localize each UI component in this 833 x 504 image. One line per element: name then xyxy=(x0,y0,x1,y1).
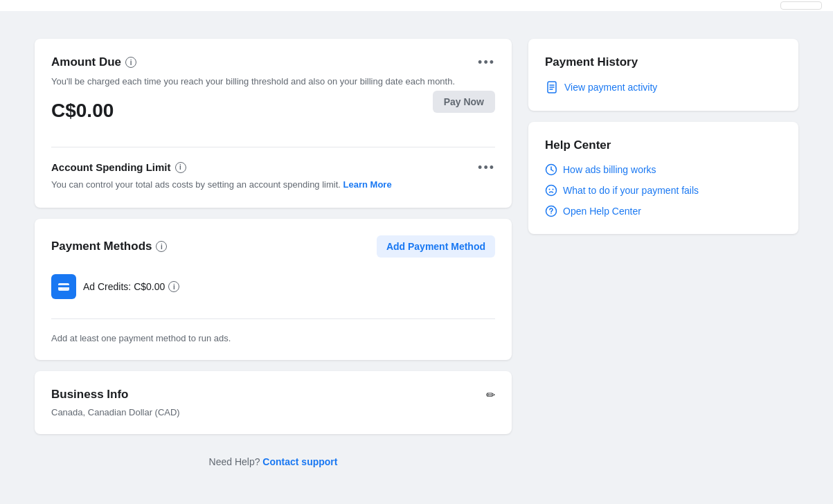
svg-rect-1 xyxy=(58,285,69,287)
business-info-detail: Canada, Canadian Dollar (CAD) xyxy=(51,407,495,417)
right-column: Payment History View payment activity He… xyxy=(528,39,798,473)
ad-credits-row: Ad Credits: C$0.00 i xyxy=(51,269,495,305)
business-info-header: Business Info ✏ xyxy=(51,388,495,402)
view-payment-activity-link[interactable]: View payment activity xyxy=(545,80,782,94)
payment-history-card: Payment History View payment activity xyxy=(528,39,798,111)
amount-row: C$0.00 Pay Now xyxy=(51,100,495,133)
how-ads-billing-link[interactable]: How ads billing works xyxy=(545,163,782,176)
amount-due-label: Amount Due xyxy=(51,55,121,69)
view-payment-activity-label: View payment activity xyxy=(564,82,657,93)
how-ads-billing-label: How ads billing works xyxy=(563,164,656,175)
edit-business-icon[interactable]: ✏ xyxy=(486,388,495,402)
spending-limit-more-icon[interactable]: ••• xyxy=(478,161,495,174)
clock-icon xyxy=(545,163,557,176)
ad-credits-text: Ad Credits: C$0.00 i xyxy=(83,281,179,292)
add-payment-method-button[interactable]: Add Payment Method xyxy=(377,235,495,258)
amount-due-title: Amount Due i xyxy=(51,55,136,69)
payment-fails-label: What to do if your payment fails xyxy=(563,185,699,196)
help-center-card: Help Center How ads billing works xyxy=(528,122,798,234)
svg-point-14 xyxy=(550,213,552,215)
payment-methods-header: Payment Methods i Add Payment Method xyxy=(51,235,495,258)
ad-credits-icon xyxy=(51,274,76,299)
pay-now-button[interactable]: Pay Now xyxy=(433,91,495,113)
ad-credits-info-icon[interactable]: i xyxy=(168,281,179,292)
help-center-title: Help Center xyxy=(545,138,782,152)
svg-line-9 xyxy=(551,170,553,171)
svg-rect-2 xyxy=(60,288,62,289)
spending-limit-label: Account Spending Limit xyxy=(51,161,171,173)
left-column: Amount Due i ••• You'll be charged each … xyxy=(35,39,512,473)
amount-due-more-icon[interactable]: ••• xyxy=(478,56,495,69)
svg-point-10 xyxy=(546,186,557,196)
business-info-card: Business Info ✏ Canada, Canadian Dollar … xyxy=(35,371,512,434)
payment-methods-card: Payment Methods i Add Payment Method Ad … xyxy=(35,219,512,360)
payment-fails-link[interactable]: What to do if your payment fails xyxy=(545,184,782,197)
payment-warning: Add at least one payment method to run a… xyxy=(51,333,495,343)
amount-value: C$0.00 xyxy=(51,100,114,122)
amount-due-header: Amount Due i ••• xyxy=(51,55,495,69)
question-circle-icon xyxy=(545,205,557,217)
sad-face-icon xyxy=(545,184,557,197)
open-help-center-link[interactable]: Open Help Center xyxy=(545,205,782,217)
divider-2 xyxy=(51,318,495,319)
svg-point-12 xyxy=(553,189,554,190)
amount-due-description: You'll be charged each time you reach yo… xyxy=(51,75,495,89)
spending-limit-info-icon[interactable]: i xyxy=(175,162,186,173)
open-help-center-label: Open Help Center xyxy=(563,206,641,217)
need-help-text: Need Help? xyxy=(209,456,260,467)
page-wrapper: Amount Due i ••• You'll be charged each … xyxy=(0,11,833,501)
top-bar xyxy=(0,0,833,11)
receipt-icon xyxy=(545,80,559,94)
payment-methods-title: Payment Methods i xyxy=(51,240,167,253)
spending-header: Account Spending Limit i ••• xyxy=(51,161,495,174)
spending-limit-section: Account Spending Limit i ••• You can con… xyxy=(51,161,495,192)
spending-limit-description: You can control your total ads costs by … xyxy=(51,178,495,192)
help-links: How ads billing works What to do if your… xyxy=(545,163,782,217)
amount-due-info-icon[interactable]: i xyxy=(125,57,136,68)
learn-more-link[interactable]: Learn More xyxy=(343,179,392,190)
divider-1 xyxy=(51,147,495,147)
payment-history-title: Payment History xyxy=(545,55,782,69)
business-info-title: Business Info xyxy=(51,388,128,402)
amount-due-card: Amount Due i ••• You'll be charged each … xyxy=(35,39,512,208)
payment-methods-info-icon[interactable]: i xyxy=(156,241,167,252)
contact-support-link[interactable]: Contact support xyxy=(262,456,337,467)
footer: Need Help? Contact support xyxy=(35,445,512,473)
top-bar-button[interactable] xyxy=(780,1,822,10)
svg-point-11 xyxy=(549,189,550,190)
spending-limit-title: Account Spending Limit i xyxy=(51,161,186,173)
